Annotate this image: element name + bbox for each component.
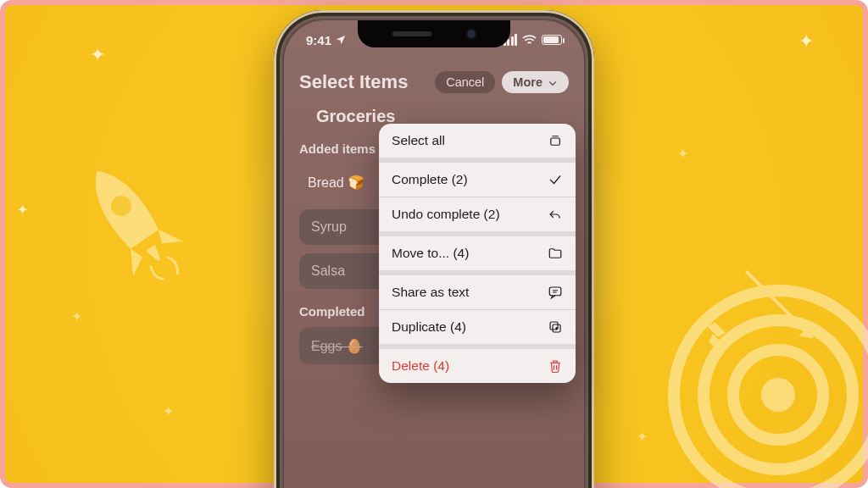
menu-move-to[interactable]: Move to... (4) [379, 236, 576, 270]
sparkle-icon: ✦ [798, 30, 814, 53]
page-title: Select Items [299, 71, 408, 93]
undo-icon [548, 207, 563, 222]
check-icon [548, 172, 563, 187]
svg-rect-1 [551, 138, 560, 145]
menu-delete[interactable]: Delete (4) [379, 349, 576, 383]
target-icon [668, 285, 868, 488]
phone-notch [358, 20, 510, 47]
menu-select-all[interactable]: Select all [379, 124, 576, 158]
more-menu: Select all Complete (2) Undo complete (2… [379, 124, 576, 383]
plus-icon: ✦ [637, 429, 648, 445]
rocket-icon [58, 143, 212, 308]
location-icon [335, 34, 347, 46]
menu-duplicate[interactable]: Duplicate (4) [379, 310, 576, 344]
item-label: Syrup [311, 219, 347, 235]
menu-label: Complete (2) [392, 172, 468, 187]
message-icon [548, 285, 563, 300]
folder-icon [548, 246, 563, 261]
duplicate-icon [548, 319, 563, 335]
plus-icon: ✦ [163, 403, 174, 419]
more-button-label: More [513, 75, 542, 89]
sparkle-icon: ✦ [17, 202, 28, 218]
trash-icon [548, 358, 563, 374]
menu-label: Delete (4) [392, 358, 449, 374]
menu-label: Undo complete (2) [392, 207, 500, 222]
menu-label: Share as text [392, 285, 469, 300]
plus-icon: ✦ [71, 308, 82, 324]
menu-label: Move to... (4) [392, 246, 469, 261]
item-label: Eggs 🥚 [311, 338, 363, 354]
chevron-down-icon [548, 77, 558, 87]
battery-icon [542, 35, 562, 45]
menu-complete[interactable]: Complete (2) [379, 163, 576, 197]
plus-icon: ✦ [677, 146, 688, 162]
status-time: 9:41 [306, 33, 331, 47]
wifi-icon [522, 35, 537, 46]
menu-undo-complete[interactable]: Undo complete (2) [379, 197, 576, 231]
promo-stage: ✦ ✦ ✦ ✦ ✦ ✦ ✦ 9:41 [0, 0, 868, 488]
menu-share-text[interactable]: Share as text [379, 275, 576, 309]
item-label: Salsa [311, 263, 345, 279]
nav-row: Select Items Cancel More [299, 71, 569, 93]
menu-label: Select all [392, 133, 445, 148]
more-button[interactable]: More [502, 71, 569, 93]
item-label: Bread 🍞 [308, 175, 364, 191]
svg-rect-2 [549, 287, 561, 296]
menu-label: Duplicate (4) [392, 319, 466, 335]
stack-icon [548, 133, 563, 148]
cancel-button[interactable]: Cancel [435, 71, 495, 93]
sparkle-icon: ✦ [90, 44, 105, 66]
